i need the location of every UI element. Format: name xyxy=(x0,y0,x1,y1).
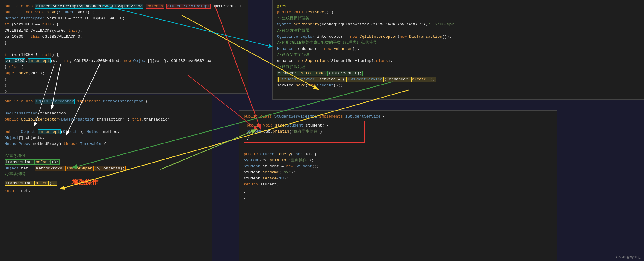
top-left-panel: public class StudentServiceImpl$$Enhance… xyxy=(0,0,248,94)
code-tr-1: @Test xyxy=(277,3,639,9)
code-bl-1: public class CglibInterceptor implements… xyxy=(5,98,207,105)
code-br-5: public Student query(Long id) { xyxy=(244,151,552,157)
code-bl-3: public CglibInterceptor(DaoTransaction t… xyxy=(5,117,207,123)
bottom-right-panel: public class StudentServiceImpl implemen… xyxy=(239,110,557,261)
code-line-14: } xyxy=(5,89,244,94)
code-tr-12: enhancer.setCallback(interceptor); xyxy=(277,70,639,76)
code-bl-10: //事务增强 xyxy=(5,172,207,178)
code-br-7: Student student = new Student(); xyxy=(244,163,552,169)
code-tr-2: public void testSave() { xyxy=(277,9,639,15)
code-tr-9: //设置父类字节码 xyxy=(277,52,639,58)
code-br-2: public void save(Student student) { xyxy=(247,123,362,129)
code-bl-11: transaction.after(); 增强操作 xyxy=(5,178,207,188)
code-tr-13: IStudentService service = (IStudentServi… xyxy=(277,76,639,82)
code-br-11: } xyxy=(244,188,552,194)
code-bl-blank1 xyxy=(5,105,207,111)
code-bl-12: return ret; xyxy=(5,188,207,194)
code-br-4: } xyxy=(247,135,362,141)
code-br-1: public class StudentServiceImpl implemen… xyxy=(244,114,552,120)
code-tr-6: CglibInterceptor interceptor = new Cglib… xyxy=(277,34,639,40)
code-line-12: } xyxy=(5,76,244,82)
code-line-8: if (var10000 != null) { xyxy=(5,52,244,58)
code-tr-8: Enhancer enhancer = new Enhancer(); xyxy=(277,46,639,52)
code-line-4: if (var10000 == null) { xyxy=(5,21,244,27)
code-tr-5: //得到方法拦截器 xyxy=(277,28,639,34)
code-tr-10: enhancer.setSuperclass(StudentServiceImp… xyxy=(277,58,639,64)
code-bl-blank3 xyxy=(5,147,207,153)
code-tr-4: System.setProperty(DebuggingClassWriter.… xyxy=(277,21,639,27)
code-tr-11: //设置拦截处理 xyxy=(277,64,639,70)
code-tr-3: //生成目标代理类 xyxy=(277,15,639,21)
code-bl-7: //事务增强 xyxy=(5,153,207,159)
code-bl-2: DaoTransaction transaction; xyxy=(5,111,207,117)
bottom-left-panel: public class CglibInterceptor implements… xyxy=(0,95,212,261)
code-br-12: } xyxy=(244,194,552,200)
code-line-5: CGLIB$BIND_CALLBACKS(var0, this); xyxy=(5,28,244,34)
code-br-blank xyxy=(244,145,552,151)
watermark-text: CSDN @Byron_ xyxy=(616,255,640,259)
code-br-10: return student; xyxy=(244,182,552,188)
code-bl-8: transaction.before(); xyxy=(5,159,207,165)
code-bl-blank2 xyxy=(5,123,207,129)
code-bl-9: Object ret = methodProxy.invokeSuper(o, … xyxy=(5,166,207,172)
code-tr-7: //使用CGLIB框架生成目标类的子类（代理类）实现增强 xyxy=(277,40,639,46)
code-line-2: public final void save(Student var1) { xyxy=(5,9,244,15)
code-br-9: student.setAge(18); xyxy=(244,176,552,182)
save-method-highlight: public void save(Student student) { Syst… xyxy=(244,121,365,143)
code-line-10: } else { xyxy=(5,64,244,70)
code-line-6: var10000 = this.CGLIB$CALLBACK_0; xyxy=(5,34,244,40)
code-tr-14: service.save(new Student()); xyxy=(277,82,639,89)
code-bl-5: Object[] objects, xyxy=(5,135,207,141)
code-line-blank xyxy=(5,46,244,52)
code-line-3: MethodInterceptor var10000 = this.CGLIB$… xyxy=(5,15,244,21)
code-line-7: } xyxy=(5,40,244,46)
code-bl-6: MethodProxy methodProxy) throws Throwabl… xyxy=(5,141,207,147)
code-bl-4: public Object intercept(Object o, Method… xyxy=(5,129,207,135)
code-line-13: } xyxy=(5,82,244,89)
code-line-11: super.save(var1); xyxy=(5,70,244,76)
code-br-3: System.out.println("保存学生信息") xyxy=(247,129,362,135)
code-br-8: student.setName("sy"); xyxy=(244,169,552,176)
code-line-1: public class StudentServiceImpl$$Enhance… xyxy=(5,3,244,9)
top-right-panel: @Test public void testSave() { //生成目标代理类… xyxy=(272,0,644,100)
code-br-6: System.out.println("查询操作"); xyxy=(244,157,552,163)
code-line-9: var10000.intercept(o: this, CGLIB$save$0… xyxy=(5,58,244,64)
